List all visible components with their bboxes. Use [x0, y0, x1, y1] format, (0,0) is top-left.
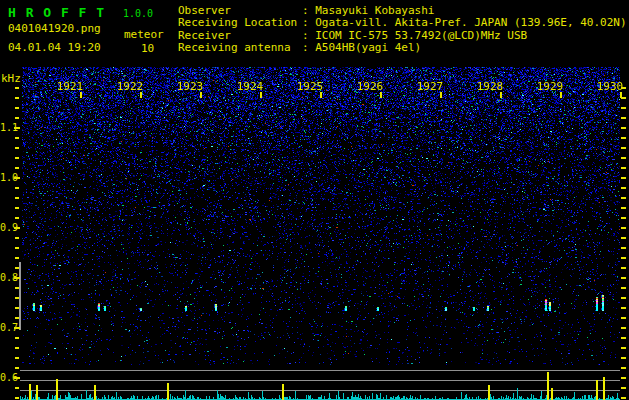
minute-tick-mark — [320, 92, 322, 98]
freq-right-tick — [621, 157, 626, 159]
freq-minor-tick — [15, 337, 19, 339]
freq-right-tick — [621, 117, 626, 119]
date-time: 04.01.04 19:20 — [8, 41, 101, 54]
freq-minor-tick — [15, 257, 19, 259]
minute-tick-mark — [500, 92, 502, 98]
freq-right-tick — [621, 137, 626, 139]
spectrogram-canvas — [22, 67, 620, 365]
freq-right-tick — [621, 357, 626, 359]
freq-minor-tick — [15, 97, 19, 99]
freq-major-tick — [14, 377, 20, 379]
freq-minor-tick — [15, 117, 19, 119]
freq-right-tick — [621, 397, 626, 399]
freq-major-tick — [14, 327, 20, 329]
echo-count: 10 — [141, 42, 154, 55]
freq-label: 0.7 — [0, 322, 13, 333]
freq-minor-tick — [15, 347, 19, 349]
freq-minor-tick — [15, 297, 19, 299]
freq-minor-tick — [15, 157, 19, 159]
freq-right-tick — [621, 257, 626, 259]
freq-right-tick — [621, 367, 626, 369]
freq-minor-tick — [15, 267, 19, 269]
minute-tick-mark — [380, 92, 382, 98]
freq-major-tick — [14, 127, 20, 129]
minute-tick-mark — [440, 92, 442, 98]
freq-right-tick — [621, 147, 626, 149]
freq-label: 1.0 — [0, 172, 13, 183]
minute-tick-mark — [200, 92, 202, 98]
freq-right-tick — [621, 317, 626, 319]
info-row-antenna: Receiving antenna: A504HB(yagi 4el) — [178, 42, 421, 54]
freq-minor-tick — [15, 237, 19, 239]
minute-tick-mark — [560, 92, 562, 98]
freq-label: 0.6 — [0, 372, 13, 383]
freq-right-tick — [621, 307, 626, 309]
freq-minor-tick — [15, 107, 19, 109]
freq-right-tick — [621, 97, 626, 99]
freq-right-tick — [621, 187, 626, 189]
mode-label: meteor — [124, 28, 164, 41]
freq-right-tick — [621, 177, 626, 179]
freq-minor-tick — [15, 87, 19, 89]
minute-tick-mark — [260, 92, 262, 98]
freq-right-tick — [621, 337, 626, 339]
freq-right-tick — [621, 237, 626, 239]
amplitude-canvas — [20, 365, 620, 400]
freq-right-tick — [621, 217, 626, 219]
freq-minor-tick — [15, 307, 19, 309]
freq-right-tick — [621, 107, 626, 109]
freq-right-tick — [621, 377, 626, 379]
freq-minor-tick — [15, 397, 19, 399]
freq-right-tick — [621, 167, 626, 169]
freq-minor-tick — [15, 217, 19, 219]
info-label: Receiving Location — [178, 17, 302, 29]
freq-right-tick — [621, 297, 626, 299]
freq-axis-unit: kHz — [1, 72, 21, 85]
freq-right-tick — [621, 87, 626, 89]
freq-minor-tick — [15, 367, 19, 369]
freq-right-tick — [621, 197, 626, 199]
freq-right-tick — [621, 227, 626, 229]
minute-tick-mark — [140, 92, 142, 98]
freq-right-tick — [621, 327, 626, 329]
info-separator: : — [302, 16, 315, 29]
freq-right-tick — [621, 287, 626, 289]
freq-minor-tick — [15, 147, 19, 149]
info-value: A504HB(yagi 4el) — [315, 41, 421, 54]
freq-label: 0.8 — [0, 272, 13, 283]
freq-label: 0.9 — [0, 222, 13, 233]
freq-minor-tick — [15, 197, 19, 199]
freq-right-tick — [621, 247, 626, 249]
freq-major-tick — [14, 227, 20, 229]
freq-right-tick — [621, 387, 626, 389]
freq-right-tick — [621, 267, 626, 269]
freq-minor-tick — [15, 207, 19, 209]
echo-band-marker — [19, 262, 21, 330]
freq-minor-tick — [15, 287, 19, 289]
freq-label: 1.1 — [0, 122, 13, 133]
info-separator: : — [302, 41, 315, 54]
info-label: Receiving antenna — [178, 42, 302, 54]
freq-minor-tick — [15, 387, 19, 389]
minute-tick-mark — [80, 92, 82, 98]
freq-minor-tick — [15, 187, 19, 189]
app-version: 1.0.0 — [123, 8, 153, 19]
freq-minor-tick — [15, 247, 19, 249]
freq-right-tick — [621, 207, 626, 209]
freq-right-tick — [621, 347, 626, 349]
freq-minor-tick — [15, 167, 19, 169]
info-row-location: Receiving Location: Ogata-vill. Akita-Pr… — [178, 17, 627, 29]
info-value: Ogata-vill. Akita-Pref. JAPAN (139.96E, … — [315, 16, 626, 29]
freq-major-tick — [14, 277, 20, 279]
hrofft-window: H R O F F T 1.0.0 0401041920.png meteor … — [0, 0, 629, 400]
app-title: H R O F F T — [8, 5, 105, 20]
freq-right-tick — [621, 277, 626, 279]
freq-minor-tick — [15, 137, 19, 139]
freq-major-tick — [14, 177, 20, 179]
freq-minor-tick — [15, 317, 19, 319]
freq-minor-tick — [15, 357, 19, 359]
freq-right-tick — [621, 127, 626, 129]
output-filename: 0401041920.png — [8, 22, 101, 35]
